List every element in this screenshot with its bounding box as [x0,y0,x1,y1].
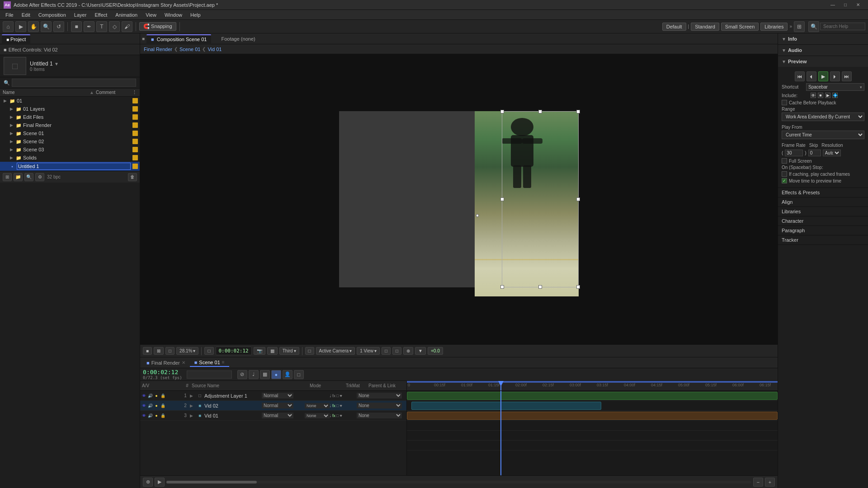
layer-3-audio[interactable]: 🔊 [147,413,153,418]
skip-value-input[interactable] [808,150,821,156]
layer-2-solo[interactable]: ● [154,403,159,408]
extensions-button[interactable]: ⊞ [794,21,805,32]
item-rename-input[interactable] [17,163,131,170]
mask-icon-2[interactable]: □ [336,404,339,408]
3d-view-button[interactable]: □ [382,347,391,355]
item-expand-arrow[interactable]: ▶ [4,99,9,103]
tl-motion-blur-btn[interactable]: ♩ [249,370,259,379]
mask-icon-1[interactable]: □ [336,394,339,398]
character-section[interactable]: Character [778,216,868,226]
new-comp-button[interactable]: ⊞ [3,173,12,181]
delete-button[interactable]: 🗑 [128,173,137,181]
preview-skip-back[interactable]: ⏮ [795,71,805,81]
tl-shy-btn[interactable]: 👤 [283,370,292,379]
timeline-timecode[interactable]: 0:00:02:12 [143,369,179,375]
tl-footer-btn-1[interactable]: ⊕ [143,478,153,487]
breadcrumb-item-2[interactable]: Scene 01 [179,47,200,52]
zoom-tool[interactable]: 🔍 [41,21,52,32]
project-list-item[interactable]: ▶📁Scene 03 [0,145,140,154]
item-expand-arrow[interactable]: ▶ [10,107,15,111]
layer-2-lock[interactable]: 🔒 [160,403,165,408]
info-section-header[interactable]: ▼ Info [778,33,868,44]
menu-window[interactable]: Window [161,11,186,19]
style-icon-2[interactable]: ♥ [340,404,342,408]
close-scene01-tab[interactable]: ≡ [222,360,225,365]
layer-2-arrow[interactable]: ▶ [190,404,195,408]
preview-prev-frame[interactable]: ⏴ [807,71,816,81]
layer-3-trkmat[interactable]: None [305,413,330,418]
rotate-tool[interactable]: ↺ [53,21,64,32]
layer-1-mode-select[interactable]: Normal [262,393,293,399]
new-folder-button[interactable]: 📁 [14,173,23,181]
include-check-4[interactable]: 💠 [832,93,838,98]
shortcut-value[interactable]: Spacebar ▾ [806,83,864,91]
timeline-tab-scene01[interactable]: ■ Scene 01 ≡ [190,359,229,367]
layer-2-mode[interactable]: Normal [262,403,296,408]
columns-settings-icon[interactable]: ⋮ [132,89,137,95]
zoom-display[interactable]: 28.1% ▾ [176,347,198,355]
audio-section-header[interactable]: ▼ Audio [778,45,868,56]
project-search-input[interactable] [12,79,136,87]
home-tool[interactable]: ⌂ [3,21,14,32]
layer-1-audio[interactable]: 🔊 [147,393,153,399]
layer-3-parent-select[interactable]: None [357,413,402,418]
include-check-1[interactable]: 👁 [811,93,816,98]
menu-edit[interactable]: Edit [18,11,34,19]
always-preview-button[interactable]: ■ [143,347,152,355]
project-list-item[interactable]: ▶📁Solids [0,154,140,162]
menu-view[interactable]: View [142,11,160,19]
layer-3-arrow[interactable]: ▶ [190,413,195,418]
workspace-standard[interactable]: Standard [691,23,719,31]
layer-2-parent-select[interactable]: None [357,403,402,408]
menu-animation[interactable]: Animation [112,11,141,19]
tl-solo-btn[interactable]: ● [271,370,281,379]
text-tool[interactable]: T [96,21,107,32]
move-time-check[interactable]: ✓ [782,178,787,183]
fx-icon-1[interactable]: fx [332,394,335,398]
fx-icon-3[interactable]: fx [332,413,335,418]
layer-2-mode-select[interactable]: Normal [262,403,293,408]
layer-2-audio[interactable]: 🔊 [147,403,153,408]
project-list-item[interactable]: ▶📁Scene 02 [0,137,140,145]
tl-collapse-btn[interactable]: □ [294,370,304,379]
layer-3-parent[interactable]: None [357,413,406,418]
find-button[interactable]: 🔍 [24,173,33,181]
fullscreen-check[interactable] [782,158,787,164]
paragraph-section[interactable]: Paragraph [778,226,868,235]
breadcrumb-item-1[interactable]: Final Render [144,47,172,52]
interpret-footage-button[interactable]: ⚙ [35,173,44,181]
sort-icon[interactable]: ▲ [90,90,94,95]
window-controls[interactable]: — □ ✕ [826,0,864,10]
comp-options-button[interactable]: +0.0 [428,347,443,355]
timeline-scrollbar[interactable] [166,481,751,483]
tl-framemix-btn[interactable]: ▦ [260,370,270,379]
layer-1-mode[interactable]: Normal [262,393,296,399]
fit-button[interactable]: □ [204,347,213,355]
layer-1-parent[interactable]: None [357,393,406,399]
renderer-button[interactable]: □ [392,347,401,355]
item-expand-arrow[interactable]: ▶ [10,115,15,119]
include-check-3[interactable]: ▶ [825,93,830,98]
item-expand-arrow[interactable]: ▶ [10,147,15,152]
effects-presets-section[interactable]: Effects & Presets [778,188,868,197]
cache-before-check[interactable] [782,100,787,105]
minimize-button[interactable]: — [826,0,839,10]
layer-1-eye[interactable]: 👁 [141,393,146,399]
select-tool[interactable]: ■ [71,21,82,32]
menu-effect[interactable]: Effect [91,11,111,19]
viewer-settings-button[interactable]: □ [165,347,175,355]
style-icon-3[interactable]: ♥ [340,413,342,418]
shape-tool[interactable]: ◇ [109,21,120,32]
footage-tab[interactable]: Footage (none) [217,35,259,43]
layer-1-lock[interactable]: 🔒 [160,393,165,399]
project-tab[interactable]: ■Project [2,34,30,43]
comp-scene01-tab[interactable]: ■ Composition Scene 01 [146,34,211,43]
region-button[interactable]: □ [305,347,314,355]
project-list-item[interactable]: ▶📁01 Layers [0,105,140,113]
preview-play[interactable]: ▶ [818,71,828,81]
close-final-render-tab[interactable]: ✕ [182,360,185,365]
grid-button[interactable]: ⊠ [154,347,164,355]
pixel-motion-button[interactable]: ▼ [415,347,426,355]
preview-section-header[interactable]: ▼ Preview [778,56,868,67]
item-expand-arrow[interactable]: ▶ [10,139,15,144]
